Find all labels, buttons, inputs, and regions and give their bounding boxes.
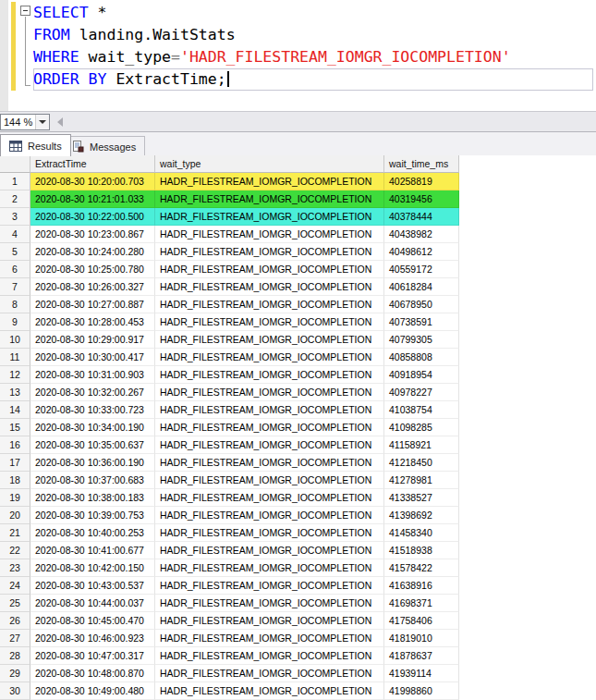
cell-wait-time-ms[interactable]: 41518938 bbox=[384, 542, 459, 559]
column-header-wait-type[interactable]: wait_type bbox=[155, 155, 384, 173]
cell-extract-time[interactable]: 2020-08-30 10:36:00.190 bbox=[30, 454, 155, 472]
cell-wait-type[interactable]: HADR_FILESTREAM_IOMGR_IOCOMPLETION bbox=[155, 401, 384, 419]
row-number-cell[interactable]: 2 bbox=[0, 190, 30, 208]
cell-extract-time[interactable]: 2020-08-30 10:43:00.537 bbox=[30, 577, 155, 595]
row-number-cell[interactable]: 23 bbox=[0, 559, 30, 577]
code-line-1[interactable]: SELECT * bbox=[33, 2, 593, 24]
cell-wait-time-ms[interactable]: 41158921 bbox=[384, 436, 459, 454]
hscroll-left-arrow-icon[interactable] bbox=[57, 117, 63, 127]
cell-wait-type[interactable]: HADR_FILESTREAM_IOMGR_IOCOMPLETION bbox=[155, 595, 384, 612]
zoom-dropdown-button[interactable] bbox=[35, 115, 49, 129]
cell-wait-type[interactable]: HADR_FILESTREAM_IOMGR_IOCOMPLETION bbox=[155, 577, 384, 595]
row-number-cell[interactable]: 17 bbox=[0, 454, 30, 472]
cell-wait-type[interactable]: HADR_FILESTREAM_IOMGR_IOCOMPLETION bbox=[155, 647, 384, 665]
row-number-cell[interactable]: 26 bbox=[0, 612, 30, 630]
cell-extract-time[interactable]: 2020-08-30 10:42:00.150 bbox=[30, 559, 155, 577]
code-line-2[interactable]: FROM landing.WaitStats bbox=[33, 24, 593, 46]
cell-extract-time[interactable]: 2020-08-30 10:23:00.867 bbox=[30, 226, 155, 243]
cell-wait-type[interactable]: HADR_FILESTREAM_IOMGR_IOCOMPLETION bbox=[155, 331, 384, 349]
row-number-cell[interactable]: 7 bbox=[0, 278, 30, 296]
cell-wait-type[interactable]: HADR_FILESTREAM_IOMGR_IOCOMPLETION bbox=[155, 313, 384, 331]
cell-wait-type[interactable]: HADR_FILESTREAM_IOMGR_IOCOMPLETION bbox=[155, 366, 384, 384]
row-number-cell[interactable]: 4 bbox=[0, 226, 30, 243]
tab-messages[interactable]: Messages bbox=[63, 136, 145, 156]
row-number-cell[interactable]: 22 bbox=[0, 542, 30, 559]
cell-wait-type[interactable]: HADR_FILESTREAM_IOMGR_IOCOMPLETION bbox=[155, 454, 384, 472]
cell-wait-time-ms[interactable]: 41278981 bbox=[384, 472, 459, 489]
cell-extract-time[interactable]: 2020-08-30 10:37:00.683 bbox=[30, 472, 155, 489]
code-line-3[interactable]: WHERE wait_type='HADR_FILESTREAM_IOMGR_I… bbox=[33, 46, 593, 68]
row-number-cell[interactable]: 19 bbox=[0, 489, 30, 507]
cell-wait-type[interactable]: HADR_FILESTREAM_IOMGR_IOCOMPLETION bbox=[155, 682, 384, 700]
cell-wait-time-ms[interactable]: 40918954 bbox=[384, 366, 459, 384]
cell-wait-type[interactable]: HADR_FILESTREAM_IOMGR_IOCOMPLETION bbox=[155, 226, 384, 243]
cell-wait-type[interactable]: HADR_FILESTREAM_IOMGR_IOCOMPLETION bbox=[155, 208, 384, 226]
row-number-cell[interactable]: 6 bbox=[0, 261, 30, 278]
cell-wait-type[interactable]: HADR_FILESTREAM_IOMGR_IOCOMPLETION bbox=[155, 190, 384, 208]
row-number-cell[interactable]: 30 bbox=[0, 682, 30, 700]
cell-wait-time-ms[interactable]: 40438982 bbox=[384, 226, 459, 243]
cell-wait-time-ms[interactable]: 40258819 bbox=[384, 173, 459, 190]
row-number-cell[interactable]: 15 bbox=[0, 419, 30, 436]
cell-extract-time[interactable]: 2020-08-30 10:20:00.703 bbox=[30, 173, 155, 190]
editor-zoom-combobox[interactable]: 144 % bbox=[0, 114, 50, 130]
cell-wait-time-ms[interactable]: 41638916 bbox=[384, 577, 459, 595]
row-number-cell[interactable]: 28 bbox=[0, 647, 30, 665]
cell-extract-time[interactable]: 2020-08-30 10:38:00.183 bbox=[30, 489, 155, 507]
cell-extract-time[interactable]: 2020-08-30 10:39:00.753 bbox=[30, 507, 155, 524]
cell-wait-time-ms[interactable]: 41819010 bbox=[384, 630, 459, 647]
cell-wait-type[interactable]: HADR_FILESTREAM_IOMGR_IOCOMPLETION bbox=[155, 524, 384, 542]
cell-extract-time[interactable]: 2020-08-30 10:33:00.723 bbox=[30, 401, 155, 419]
cell-wait-type[interactable]: HADR_FILESTREAM_IOMGR_IOCOMPLETION bbox=[155, 559, 384, 577]
row-number-cell[interactable]: 11 bbox=[0, 349, 30, 366]
sql-code-area[interactable]: SELECT *FROM landing.WaitStatsWHERE wait… bbox=[33, 2, 593, 91]
cell-wait-time-ms[interactable]: 40678950 bbox=[384, 296, 459, 313]
cell-wait-time-ms[interactable]: 40378444 bbox=[384, 208, 459, 226]
cell-extract-time[interactable]: 2020-08-30 10:27:00.887 bbox=[30, 296, 155, 313]
cell-wait-time-ms[interactable]: 41998860 bbox=[384, 682, 459, 700]
cell-wait-time-ms[interactable]: 40799305 bbox=[384, 331, 459, 349]
row-number-cell[interactable]: 5 bbox=[0, 243, 30, 261]
cell-wait-time-ms[interactable]: 41038754 bbox=[384, 401, 459, 419]
cell-extract-time[interactable]: 2020-08-30 10:34:00.190 bbox=[30, 419, 155, 436]
cell-wait-time-ms[interactable]: 41398692 bbox=[384, 507, 459, 524]
row-number-cell[interactable]: 27 bbox=[0, 630, 30, 647]
cell-extract-time[interactable]: 2020-08-30 10:45:00.470 bbox=[30, 612, 155, 630]
row-number-cell[interactable]: 1 bbox=[0, 173, 30, 190]
cell-extract-time[interactable]: 2020-08-30 10:35:00.637 bbox=[30, 436, 155, 454]
code-line-4[interactable]: ORDER BY ExtractTime; bbox=[33, 68, 593, 91]
cell-extract-time[interactable]: 2020-08-30 10:22:00.500 bbox=[30, 208, 155, 226]
cell-extract-time[interactable]: 2020-08-30 10:32:00.267 bbox=[30, 384, 155, 401]
cell-wait-time-ms[interactable]: 41758406 bbox=[384, 612, 459, 630]
row-number-cell[interactable]: 10 bbox=[0, 331, 30, 349]
cell-wait-type[interactable]: HADR_FILESTREAM_IOMGR_IOCOMPLETION bbox=[155, 472, 384, 489]
cell-wait-time-ms[interactable]: 40618284 bbox=[384, 278, 459, 296]
cell-extract-time[interactable]: 2020-08-30 10:24:00.280 bbox=[30, 243, 155, 261]
row-number-cell[interactable]: 3 bbox=[0, 208, 30, 226]
cell-wait-time-ms[interactable]: 41698371 bbox=[384, 595, 459, 612]
cell-wait-time-ms[interactable]: 40858808 bbox=[384, 349, 459, 366]
row-number-cell[interactable]: 25 bbox=[0, 595, 30, 612]
cell-wait-type[interactable]: HADR_FILESTREAM_IOMGR_IOCOMPLETION bbox=[155, 489, 384, 507]
cell-extract-time[interactable]: 2020-08-30 10:46:00.923 bbox=[30, 630, 155, 647]
row-number-cell[interactable]: 29 bbox=[0, 665, 30, 682]
cell-extract-time[interactable]: 2020-08-30 10:25:00.780 bbox=[30, 261, 155, 278]
row-number-cell[interactable]: 16 bbox=[0, 436, 30, 454]
row-number-cell[interactable]: 8 bbox=[0, 296, 30, 313]
row-number-cell[interactable]: 21 bbox=[0, 524, 30, 542]
cell-wait-time-ms[interactable]: 41218450 bbox=[384, 454, 459, 472]
cell-wait-type[interactable]: HADR_FILESTREAM_IOMGR_IOCOMPLETION bbox=[155, 612, 384, 630]
cell-wait-type[interactable]: HADR_FILESTREAM_IOMGR_IOCOMPLETION bbox=[155, 419, 384, 436]
cell-extract-time[interactable]: 2020-08-30 10:44:00.037 bbox=[30, 595, 155, 612]
cell-extract-time[interactable]: 2020-08-30 10:41:00.677 bbox=[30, 542, 155, 559]
column-header-wait-time-ms[interactable]: wait_time_ms bbox=[384, 155, 459, 173]
cell-extract-time[interactable]: 2020-08-30 10:28:00.453 bbox=[30, 313, 155, 331]
row-number-cell[interactable]: 13 bbox=[0, 384, 30, 401]
cell-wait-type[interactable]: HADR_FILESTREAM_IOMGR_IOCOMPLETION bbox=[155, 296, 384, 313]
cell-extract-time[interactable]: 2020-08-30 10:40:00.253 bbox=[30, 524, 155, 542]
cell-wait-type[interactable]: HADR_FILESTREAM_IOMGR_IOCOMPLETION bbox=[155, 278, 384, 296]
cell-wait-time-ms[interactable]: 40978227 bbox=[384, 384, 459, 401]
cell-wait-time-ms[interactable]: 41878637 bbox=[384, 647, 459, 665]
row-number-cell[interactable]: 20 bbox=[0, 507, 30, 524]
cell-extract-time[interactable]: 2020-08-30 10:31:00.903 bbox=[30, 366, 155, 384]
